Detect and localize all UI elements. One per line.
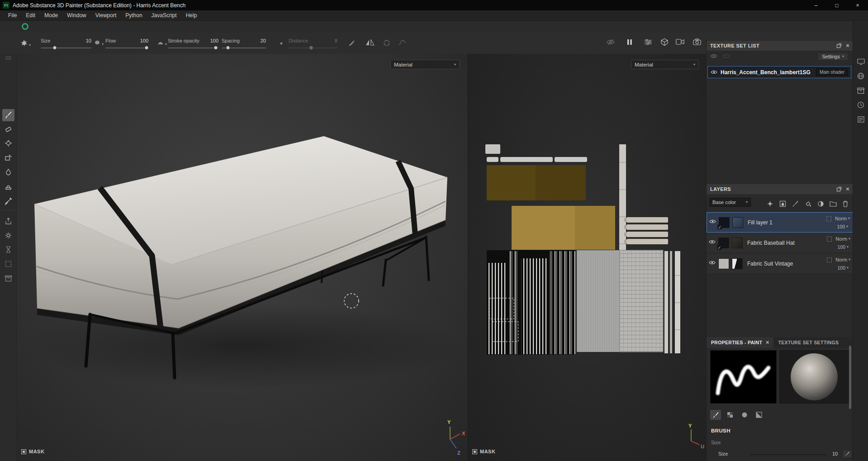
add-folder-icon[interactable]	[829, 199, 838, 208]
flow-slider-group[interactable]: Flow100	[105, 38, 148, 51]
layer-row[interactable]: Fill layer 1 Norm▾ 100▾	[707, 212, 853, 233]
menu-viewport[interactable]: Viewport	[91, 10, 121, 21]
layer-blend-select[interactable]: Norm▾	[835, 216, 850, 221]
size-options-button[interactable]	[842, 450, 852, 458]
undock-panel-icon[interactable]	[836, 186, 842, 192]
brush-stroke-preview[interactable]	[710, 350, 777, 404]
material-subtab-icon[interactable]	[754, 410, 764, 420]
menu-window[interactable]: Window	[62, 10, 91, 21]
layer-content-thumbnail[interactable]	[732, 238, 743, 248]
clone-stamp-tool[interactable]	[2, 181, 14, 193]
add-effect-icon[interactable]	[765, 199, 774, 208]
flow-slider[interactable]	[105, 45, 148, 51]
panel-shader-globe-icon[interactable]	[856, 71, 865, 81]
menu-python[interactable]: Python	[121, 10, 147, 21]
close-panel-icon[interactable]: ×	[846, 43, 849, 49]
texture-set-row[interactable]: Harris_Accent_Bench_lambert1SG Main shad…	[707, 66, 851, 78]
layer-row[interactable]: Fabric Suit Vintage Norm▾ 100▾	[707, 254, 853, 274]
menu-edit[interactable]: Edit	[21, 10, 40, 21]
add-paint-layer-icon[interactable]	[791, 199, 800, 208]
panel-display-icon[interactable]	[856, 57, 865, 66]
close-panel-icon[interactable]: ×	[846, 186, 849, 192]
menu-javascript[interactable]: JavaScript	[147, 10, 181, 21]
layer-content-thumbnail[interactable]	[732, 217, 743, 228]
shading-mode-select-3d[interactable]: Material ▾	[390, 60, 460, 69]
material-picker-tool[interactable]	[2, 195, 14, 207]
layer-mask-thumbnail[interactable]	[718, 238, 729, 248]
projection-tool[interactable]	[2, 137, 14, 149]
brush-subtab-icon[interactable]	[710, 410, 721, 420]
add-mask-icon[interactable]	[816, 199, 825, 208]
selection-marquee-icon[interactable]	[2, 258, 14, 270]
properties-scrollbar[interactable]	[849, 346, 851, 409]
filter-eye-outline-icon[interactable]	[723, 53, 730, 59]
settings-gear-icon[interactable]	[2, 229, 14, 242]
close-tab-icon[interactable]: ×	[766, 339, 769, 346]
layer-mask-thumbnail[interactable]	[719, 217, 730, 228]
shading-mode-select-2d[interactable]: Material ▾	[631, 60, 699, 69]
add-fill-layer-icon[interactable]	[778, 199, 787, 208]
display-settings-icon[interactable]	[644, 38, 652, 46]
minimize-button[interactable]: –	[806, 0, 826, 10]
smudge-tool[interactable]	[2, 166, 14, 178]
panel-history-clock-icon[interactable]	[856, 100, 865, 109]
archive-box-icon[interactable]	[2, 272, 14, 285]
close-button[interactable]: ×	[847, 0, 868, 10]
layer-visibility-toggle[interactable]	[709, 219, 716, 224]
layer-visibility-toggle[interactable]	[709, 260, 716, 265]
stroke-opacity-slider[interactable]	[168, 45, 218, 51]
alpha-subtab-icon[interactable]	[725, 410, 735, 420]
stroke-opacity-slider-group[interactable]: Stroke opacity100	[168, 38, 218, 51]
eraser-tool[interactable]	[2, 123, 14, 135]
size-slider-group[interactable]: Size10	[41, 38, 91, 51]
maximize-button[interactable]: □	[826, 0, 847, 10]
layer-blend-select[interactable]: Norm▾	[835, 236, 850, 242]
channel-select[interactable]: Base color ▾	[709, 198, 751, 207]
spacing-slider-group[interactable]: Spacing20	[222, 38, 266, 51]
hide-stroke-eye-off-icon[interactable]	[606, 38, 615, 46]
texture-set-settings-dropdown[interactable]: Settings ▾	[818, 52, 848, 61]
screenshot-camera-icon[interactable]	[693, 38, 701, 45]
material-sphere-preview[interactable]	[779, 350, 849, 404]
layer-blend-select[interactable]: Norm▾	[835, 257, 850, 262]
size-slider[interactable]	[41, 45, 91, 51]
brush-preset-button[interactable]: ▾	[94, 39, 104, 46]
panel-log-list-icon[interactable]	[856, 115, 865, 124]
polygon-fill-tool[interactable]	[2, 152, 14, 164]
tab-texture-set-settings[interactable]: TEXTURE SET SETTINGS	[773, 337, 843, 348]
main-shader-badge[interactable]: Main shader	[816, 68, 848, 76]
perspective-cube-icon[interactable]	[660, 38, 669, 46]
pause-engine-button[interactable]	[627, 39, 632, 45]
video-camera-icon[interactable]	[676, 39, 684, 45]
tab-properties-paint[interactable]: PROPERTIES - PAINT ×	[707, 337, 773, 348]
brush-size-slider[interactable]	[750, 454, 827, 455]
stroke-profile-button[interactable]: ▾	[157, 39, 167, 46]
texture-set-visibility-icon[interactable]	[711, 70, 717, 75]
viewport-2d[interactable]: Y U Material ▾ MASK	[468, 54, 706, 461]
layer-visibility-toggle[interactable]	[709, 239, 716, 244]
filter-eye-icon[interactable]	[710, 53, 717, 59]
paint-bucket-icon[interactable]	[803, 199, 812, 208]
panel-shelf-box-icon[interactable]	[856, 86, 865, 95]
toolstrip-grip[interactable]	[5, 56, 11, 61]
layer-opacity-select[interactable]: 100▾	[837, 244, 849, 250]
alpha-shape-button[interactable]: ▾	[20, 39, 31, 47]
layer-content-thumbnail[interactable]	[732, 258, 743, 269]
layer-opacity-select[interactable]: 100▾	[837, 265, 849, 271]
undock-panel-icon[interactable]	[836, 43, 842, 48]
layer-mask-thumbnail[interactable]	[718, 258, 729, 269]
stencil-subtab-icon[interactable]	[739, 410, 750, 420]
export-icon[interactable]	[2, 215, 14, 227]
pending-hourglass-icon[interactable]	[2, 243, 14, 256]
falloff-curve-icon[interactable]	[348, 39, 356, 47]
menu-file[interactable]: File	[4, 10, 21, 21]
layer-opacity-select[interactable]: 100▾	[837, 224, 848, 229]
symmetry-mirror-icon[interactable]	[365, 39, 375, 46]
layer-row[interactable]: Fabric Baseball Hat Norm▾ 100▾	[707, 233, 853, 253]
delete-layer-icon[interactable]	[841, 199, 850, 208]
paint-brush-tool[interactable]	[2, 109, 14, 121]
viewport-3d[interactable]: Y X Z Material ▾ MASK	[17, 54, 468, 461]
spacing-slider[interactable]	[222, 45, 266, 51]
menu-mode[interactable]: Mode	[40, 10, 62, 21]
menu-help[interactable]: Help	[181, 10, 202, 21]
